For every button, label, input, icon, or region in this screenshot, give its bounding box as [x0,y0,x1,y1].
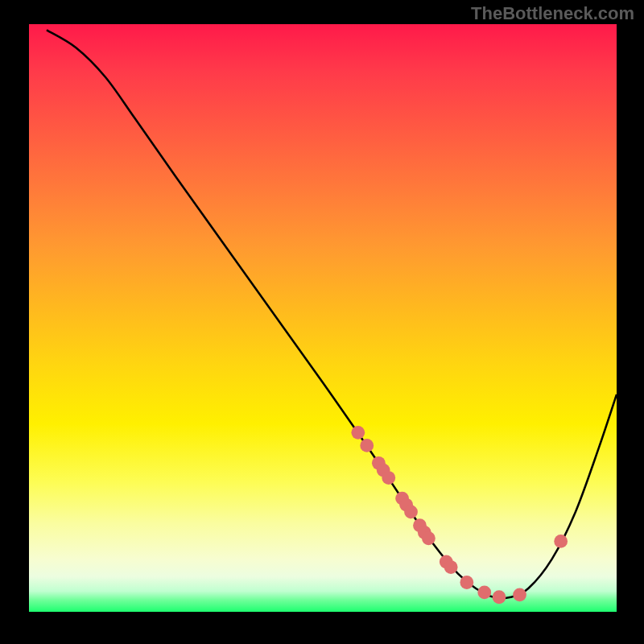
bottleneck-curve [47,30,617,598]
watermark-text: TheBottleneck.com [471,3,634,24]
data-dot [493,590,506,604]
data-dot [404,506,418,519]
data-dot [554,535,568,548]
data-dot [513,588,526,601]
data-dot [444,560,458,574]
plot-area [29,24,617,612]
data-dot [460,576,473,589]
data-dot [477,586,491,600]
data-dot [422,531,436,545]
data-dot [360,439,374,452]
data-dot [382,471,395,485]
chart-svg [29,24,617,612]
data-dot [351,426,365,440]
data-dots [351,426,568,604]
